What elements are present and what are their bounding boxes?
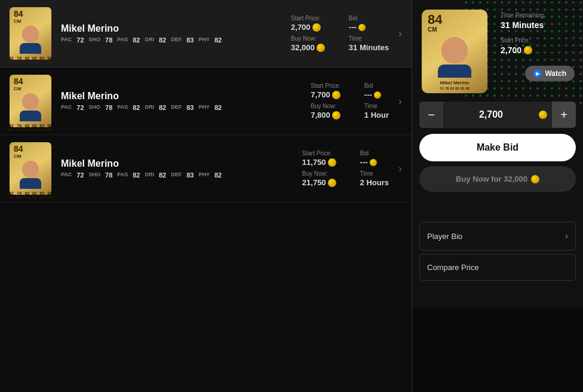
coin-icon	[524, 46, 532, 54]
card-position: CM	[14, 86, 21, 91]
coin-icon	[539, 111, 547, 119]
time-label: Time	[364, 103, 389, 109]
buy-now-button[interactable]: Buy Now for 32,000	[419, 166, 576, 192]
chevron-right-icon: ›	[565, 231, 568, 241]
player-card: 84 CM 72PAC 78SHO 82PAS 82DRI 83DEF 82PH…	[10, 7, 51, 60]
card-position: CM	[14, 154, 21, 159]
coin-icon	[370, 159, 377, 166]
player-bio-label: Player Bio	[427, 232, 462, 241]
player-card: 84 CM 72PAC 78SHO 82PAS 82DRI 83DEF 82PH…	[10, 142, 51, 195]
player-info: Mikel Merino PAC72 SHO78 PAS82 DRI82 DEF…	[61, 158, 302, 179]
player-attrs: PAC72 SHO78 PAS82 DRI82 DEF83 PHY82	[61, 172, 302, 179]
time-remaining-label: Time Remaining	[501, 12, 577, 19]
buy-now-label: Buy Now:	[291, 35, 325, 42]
watch-label: Watch	[545, 69, 566, 78]
player-attrs: PAC72 SHO78 PAS82 DRI82 DEF83 PHY82	[61, 104, 311, 111]
coin-icon	[328, 158, 336, 167]
card-rating: 84	[14, 145, 23, 153]
player-avatar	[441, 37, 468, 63]
time-remaining-value: 31 Minutes	[501, 20, 577, 30]
large-card-stats: 72 78 82 82 83 82	[425, 87, 484, 90]
chevron-right-icon: ›	[398, 163, 402, 175]
right-panel-bottom	[412, 308, 583, 392]
start-price-col: Start Price: 2,700 Buy Now: 32,000	[291, 15, 325, 52]
bid-value: ---	[360, 158, 389, 167]
start-price-label: Start Price:	[291, 15, 325, 22]
player-name: Mikel Merino	[61, 91, 311, 102]
player-name: Mikel Merino	[61, 23, 291, 34]
start-price-value: 2,700	[291, 23, 325, 32]
bid-value: ---	[349, 23, 389, 32]
coin-icon	[328, 179, 336, 187]
right-start-price-label: Start Price:	[501, 37, 577, 44]
price-section: Start Price: 2,700 Buy Now: 32,000 Bid -…	[291, 15, 389, 52]
buy-now-value: 21,750	[302, 178, 336, 187]
player-name: Mikel Merino	[61, 158, 302, 169]
start-price-col: Start Price: 11,750 Buy Now: 21,750	[302, 150, 336, 187]
time-value: 1 Hour	[364, 111, 389, 120]
player-bio-row[interactable]: Player Bio ›	[419, 222, 576, 250]
bid-col: Bid --- Time 31 Minutes	[349, 15, 389, 52]
make-bid-button[interactable]: Make Bid	[419, 134, 576, 161]
right-panel: 84 CM Mikel Merino 72 78 82 82 83 82 Tim…	[412, 0, 583, 392]
time-value: 2 Hours	[360, 178, 389, 187]
large-card-position: CM	[428, 26, 437, 33]
coin-icon	[358, 24, 366, 31]
coin-icon	[332, 91, 340, 99]
bid-col: Bid --- Time 1 Hour	[364, 82, 389, 120]
card-rating: 84	[14, 77, 23, 85]
coin-icon	[374, 91, 381, 99]
bid-control: − 2,700 +	[419, 102, 576, 128]
bid-label: Bid	[364, 82, 389, 89]
player-card: 84 CM 72PAC 78SHO 82PAS 82DRI 83DEF 82PH…	[10, 75, 51, 127]
time-value: 31 Minutes	[349, 43, 389, 52]
coin-icon	[317, 44, 325, 52]
start-price-col: Start Price: 7,700 Buy Now: 7,800	[311, 82, 340, 120]
bid-value: ---	[364, 90, 389, 99]
price-section: Start Price: 11,750 Buy Now: 21,750 Bid …	[302, 150, 389, 187]
left-panel: 84 CM 72PAC 78SHO 82PAS 82DRI 83DEF 82PH…	[0, 0, 412, 392]
left-panel-empty	[0, 203, 412, 392]
buy-now-label: Buy Now for 32,000	[456, 174, 527, 183]
player-row[interactable]: 84 CM 72PAC 78SHO 82PAS 82DRI 83DEF 82PH…	[0, 0, 412, 68]
start-price-label: Start Price:	[311, 82, 340, 89]
bid-label: Bid	[349, 15, 389, 22]
start-price-label: Start Price:	[302, 150, 336, 157]
bid-increase-button[interactable]: +	[552, 102, 576, 128]
compare-price-label: Compare Price	[427, 263, 479, 272]
bid-label: Bid	[360, 150, 389, 157]
bid-section: − 2,700 + Make Bid Buy Now for 32,000	[419, 102, 576, 192]
chevron-right-icon: ›	[398, 95, 402, 108]
large-card-rating: 84	[428, 13, 442, 26]
start-price-value: 7,700	[311, 90, 340, 99]
bid-decrease-button[interactable]: −	[419, 102, 443, 128]
time-label: Time	[349, 35, 389, 42]
large-card-name: Mikel Merino	[440, 80, 469, 85]
start-price-value: 11,750	[302, 158, 336, 167]
coin-icon	[312, 23, 321, 32]
buy-now-value: 32,000	[291, 43, 325, 52]
player-info: Mikel Merino PAC72 SHO78 PAS82 DRI82 DEF…	[61, 23, 291, 44]
info-sections: Player Bio › Compare Price	[419, 222, 576, 284]
watch-button[interactable]: ▶ Watch	[525, 66, 575, 81]
bid-amount: 2,700	[443, 109, 539, 120]
player-info: Mikel Merino PAC72 SHO78 PAS82 DRI82 DEF…	[61, 91, 311, 111]
player-attrs: PAC72 SHO78 PAS82 DRI82 DEF83 PHY82	[61, 36, 291, 44]
coin-icon	[332, 111, 340, 120]
large-player-card: 84 CM Mikel Merino 72 78 82 82 83 82	[422, 10, 487, 93]
buy-now-label: Buy Now:	[302, 170, 336, 177]
player-row[interactable]: 84 CM 72PAC 78SHO 82PAS 82DRI 83DEF 82PH…	[0, 68, 412, 135]
coin-icon	[531, 175, 539, 183]
buy-now-label: Buy Now:	[311, 103, 340, 109]
compare-price-row[interactable]: Compare Price	[419, 254, 576, 281]
watch-icon: ▶	[533, 69, 542, 78]
price-section: Start Price: 7,700 Buy Now: 7,800 Bid --…	[311, 82, 389, 120]
player-row[interactable]: 84 CM 72PAC 78SHO 82PAS 82DRI 83DEF 82PH…	[0, 135, 412, 203]
time-label: Time	[360, 170, 389, 177]
chevron-right-icon: ›	[398, 27, 402, 40]
bid-col: Bid --- Time 2 Hours	[360, 150, 389, 187]
card-rating: 84	[14, 10, 23, 18]
right-start-price-value: 2,700	[501, 45, 521, 55]
buy-now-value: 7,800	[311, 111, 340, 120]
card-position: CM	[14, 19, 21, 24]
